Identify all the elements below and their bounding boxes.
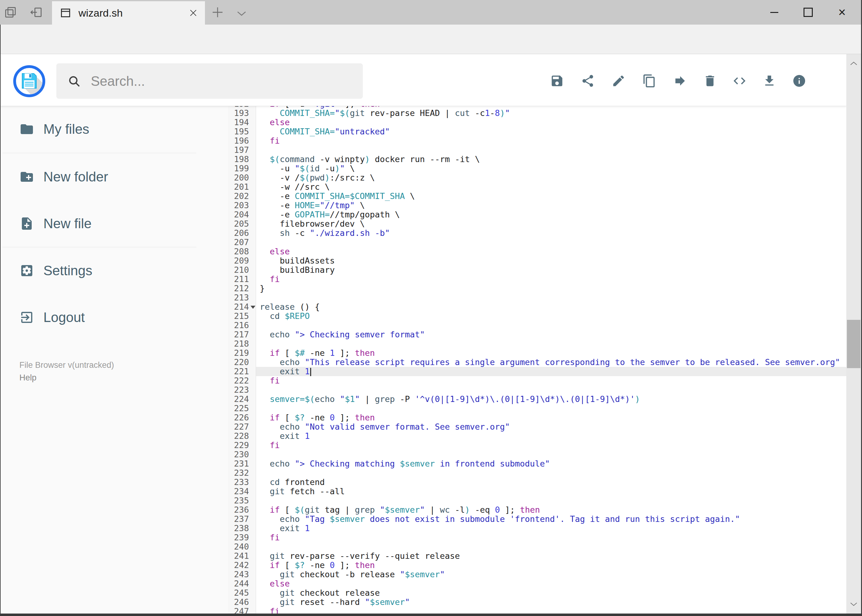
- line-number: 209: [228, 256, 256, 266]
- info-icon[interactable]: [792, 74, 806, 88]
- window-maximize-button[interactable]: [791, 0, 825, 25]
- code-line[interactable]: filebrowser/dev \: [256, 219, 846, 228]
- switch-editor-code-icon[interactable]: [733, 74, 747, 88]
- code-line[interactable]: fi: [256, 275, 846, 284]
- line-number: 216: [228, 321, 256, 330]
- window-minimize-button[interactable]: [757, 0, 791, 25]
- code-line[interactable]: else: [256, 247, 846, 256]
- download-icon[interactable]: [762, 74, 777, 88]
- code-line[interactable]: fi: [256, 533, 846, 542]
- code-line[interactable]: -u "$(id -u)" \: [256, 164, 846, 173]
- code-line[interactable]: fi: [256, 441, 846, 450]
- code-line[interactable]: else: [256, 579, 846, 588]
- line-number: 210: [228, 266, 256, 275]
- line-number: 243: [228, 570, 256, 579]
- code-line[interactable]: COMMIT_SHA="$(git rev-parse HEAD | cut -…: [256, 108, 846, 118]
- page-scrollbar[interactable]: [846, 54, 861, 614]
- code-line[interactable]: echo "> Checking semver format": [256, 330, 846, 339]
- code-line[interactable]: [256, 339, 846, 349]
- code-line[interactable]: echo "Tag $semver does not exist in subm…: [256, 514, 846, 524]
- browser-tab[interactable]: wizard.sh: [52, 1, 205, 25]
- code-lines[interactable]: if [ -d ".git" ]; then COMMIT_SHA="$(git…: [256, 106, 846, 614]
- sidebar-item-settings[interactable]: Settings: [19, 262, 92, 279]
- scroll-up-icon[interactable]: [849, 59, 858, 68]
- code-line[interactable]: [256, 542, 846, 552]
- sidebar-divider: [2, 153, 196, 153]
- code-line[interactable]: fi: [256, 136, 846, 146]
- code-line[interactable]: sh -c "./wizard.sh -b": [256, 228, 846, 238]
- code-line[interactable]: $(command -v winpty) docker run --rm -it…: [256, 155, 846, 164]
- fold-arrow-icon[interactable]: [251, 306, 255, 309]
- line-number: 242: [228, 561, 256, 570]
- new-folder-icon: [19, 170, 34, 184]
- code-line[interactable]: git checkout release: [256, 588, 846, 597]
- code-line[interactable]: exit 1: [256, 432, 846, 441]
- scrollbar-thumb[interactable]: [847, 320, 860, 368]
- sidebar-item-label: New file: [43, 216, 92, 231]
- help-link[interactable]: Help: [19, 373, 36, 383]
- code-line[interactable]: cd frontend: [256, 478, 846, 487]
- code-line[interactable]: exit 1: [256, 524, 846, 533]
- share-file-icon[interactable]: [581, 74, 595, 88]
- rename-pencil-icon[interactable]: [611, 74, 626, 88]
- code-line[interactable]: echo "Not valid semver format. See semve…: [256, 422, 846, 432]
- code-line[interactable]: buildBinary: [256, 266, 846, 275]
- code-line[interactable]: [256, 404, 846, 413]
- code-line[interactable]: semver=$(echo "$1" | grep -P '^v(0|[1-9]…: [256, 394, 846, 404]
- search-box[interactable]: [56, 63, 363, 99]
- code-line[interactable]: -e GOPATH=//tmp/gopath \: [256, 210, 846, 219]
- code-line[interactable]: if [ $(git tag | grep "$semver" | wc -l)…: [256, 505, 846, 514]
- tab-preview-icon[interactable]: [4, 6, 17, 19]
- code-line[interactable]: -e HOME="//tmp" \: [256, 201, 846, 210]
- code-line[interactable]: [256, 468, 846, 478]
- filebrowser-logo[interactable]: [13, 65, 45, 97]
- tab-list-chevron-icon[interactable]: [235, 7, 248, 19]
- code-line[interactable]: git reset --hard "$semver": [256, 597, 846, 607]
- save-icon[interactable]: [550, 74, 564, 88]
- code-line[interactable]: -w //src \: [256, 182, 846, 192]
- sidebar-item-logout[interactable]: Logout: [19, 309, 85, 326]
- copy-icon[interactable]: [642, 74, 656, 88]
- sidebar-item-new-folder[interactable]: New folder: [19, 168, 108, 185]
- code-line[interactable]: [256, 450, 846, 459]
- code-line[interactable]: -e COMMIT_SHA=$COMMIT_SHA \: [256, 192, 846, 201]
- code-line[interactable]: echo "This release script requires a sin…: [256, 358, 846, 367]
- sidebar-item-my-files[interactable]: My files: [19, 121, 89, 138]
- code-line[interactable]: [256, 293, 846, 302]
- code-line[interactable]: git fetch --all: [256, 487, 846, 496]
- code-line[interactable]: cd $REPO: [256, 311, 846, 321]
- delete-icon[interactable]: [703, 74, 717, 88]
- code-line[interactable]: [256, 146, 846, 155]
- code-line[interactable]: fi: [256, 376, 846, 385]
- window-close-button[interactable]: ×: [825, 0, 859, 25]
- set-tabs-aside-icon[interactable]: [30, 6, 43, 19]
- code-line[interactable]: if [ $# -ne 1 ]; then: [256, 349, 846, 358]
- code-line[interactable]: [256, 321, 846, 330]
- tab-close-icon[interactable]: [184, 4, 202, 22]
- code-line[interactable]: if [ $? -ne 0 ]; then: [256, 561, 846, 570]
- code-line[interactable]: [256, 238, 846, 247]
- code-line[interactable]: release () {: [256, 302, 846, 311]
- code-line[interactable]: git rev-parse --verify --quiet release: [256, 552, 846, 561]
- scroll-down-icon[interactable]: [849, 599, 858, 609]
- code-line[interactable]: echo "> Checking matching $semver in fro…: [256, 459, 846, 468]
- code-line[interactable]: -v /$(pwd):/src:z \: [256, 173, 846, 182]
- code-editor[interactable]: 1921931941951961971981992002012022032042…: [228, 106, 846, 614]
- code-line[interactable]: else: [256, 118, 846, 127]
- code-line[interactable]: }: [256, 284, 846, 293]
- code-line[interactable]: exit 1: [256, 367, 846, 376]
- code-line[interactable]: if [ $? -ne 0 ]; then: [256, 413, 846, 422]
- sidebar-item-new-file[interactable]: New file: [19, 215, 92, 232]
- new-tab-button[interactable]: [210, 5, 225, 20]
- code-line[interactable]: fi: [256, 607, 846, 614]
- line-number: 222: [228, 376, 256, 385]
- code-line[interactable]: COMMIT_SHA="untracked": [256, 127, 846, 136]
- move-icon[interactable]: [673, 74, 687, 88]
- code-line[interactable]: [256, 385, 846, 394]
- code-line[interactable]: git checkout -b release "$semver": [256, 570, 846, 579]
- code-line[interactable]: [256, 496, 846, 505]
- line-number: 196: [228, 136, 256, 146]
- line-number: 228: [228, 432, 256, 441]
- code-line[interactable]: buildAssets: [256, 256, 846, 266]
- search-input[interactable]: [56, 63, 363, 99]
